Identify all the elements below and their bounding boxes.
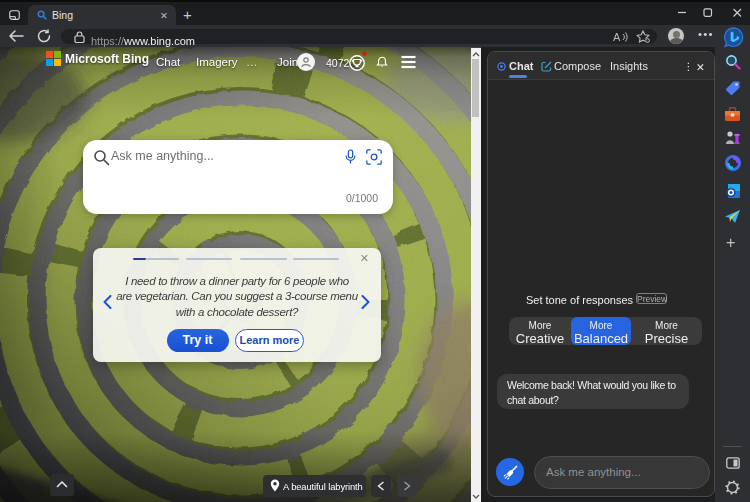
svg-text:A: A xyxy=(613,31,621,43)
